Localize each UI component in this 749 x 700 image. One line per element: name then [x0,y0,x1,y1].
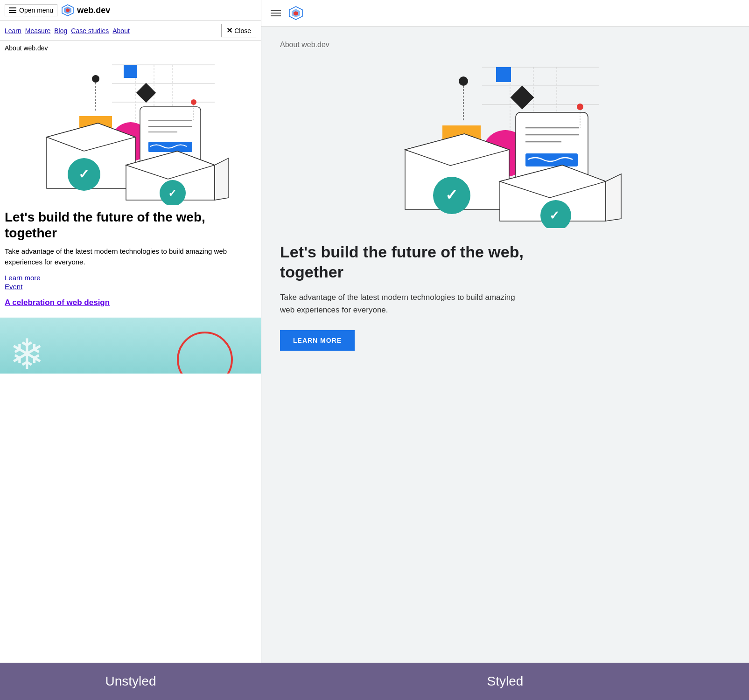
nav-about[interactable]: About [112,27,130,35]
svg-marker-27 [215,158,229,200]
about-label-left: About web.dev [0,41,261,55]
illustration-left: ✓ ✓ [0,55,261,205]
nav-learn[interactable]: Learn [5,27,21,35]
open-menu-label: Open menu [19,7,53,14]
left-nav-bar: Learn Measure Blog Case studies About ✕ … [0,21,261,41]
right-panel: About web.dev [261,0,749,663]
celebration-link[interactable]: A celebration of web design [5,298,256,307]
snowflake-preview: ❄ [0,318,261,374]
styled-label: Styled [261,663,749,700]
learn-more-link-left[interactable]: Learn more [5,274,256,282]
svg-text:✓: ✓ [168,187,176,199]
left-header: Open menu web.dev [0,0,261,21]
left-panel: Open menu web.dev Learn Measure Blog Cas… [0,0,261,663]
nav-measure[interactable]: Measure [25,27,50,35]
right-header [261,0,749,27]
hero-desc-right: Take advantage of the latest modern tech… [280,291,523,316]
close-x-icon: ✕ [226,26,232,35]
hero-content-left: Let's build the future of the web, toget… [0,205,261,318]
about-label-right: About web.dev [280,41,730,49]
close-button[interactable]: ✕ Close [221,24,256,37]
close-label: Close [234,27,251,35]
svg-text:✓: ✓ [549,208,560,222]
unstyled-label: Unstyled [0,663,261,700]
hero-title-left: Let's build the future of the web, toget… [5,209,256,241]
bottom-labels: Unstyled Styled [0,663,749,700]
hero-title-right: Let's build the future of the web, toget… [280,242,551,282]
svg-rect-44 [496,67,511,82]
hamburger-icon [9,7,16,13]
logo-area: web.dev [61,4,110,17]
svg-rect-46 [510,86,534,110]
hero-illustration-right: ✓ ✓ [389,60,622,228]
learn-more-button[interactable]: LEARN MORE [280,330,355,351]
snowflake-icon: ❄ [9,327,65,374]
svg-text:✓: ✓ [78,167,89,181]
logo-icon [61,4,74,17]
svg-point-30 [191,99,196,105]
event-link-left[interactable]: Event [5,283,256,291]
svg-point-63 [577,104,583,110]
logo-icon-styled [288,6,303,21]
red-circle-decoration [177,332,233,374]
open-menu-button[interactable]: Open menu [5,4,57,16]
svg-point-42 [459,76,468,86]
logo-text: web.dev [77,6,110,15]
hero-illustration-left: ✓ ✓ [33,55,229,205]
svg-point-9 [92,75,99,83]
hero-desc-left: Take advantage of the latest modern tech… [5,246,256,267]
hamburger-styled-button[interactable] [271,10,281,16]
nav-blog[interactable]: Blog [54,27,67,35]
svg-rect-57 [525,153,578,166]
nav-case-studies[interactable]: Case studies [71,27,109,35]
svg-rect-11 [124,65,137,78]
svg-text:✓: ✓ [445,187,458,203]
links-left: Learn more Event [5,274,256,291]
svg-marker-60 [606,174,621,221]
svg-text:❄: ❄ [9,331,44,374]
illustration-right: ✓ ✓ [280,60,730,228]
svg-rect-24 [148,142,192,152]
right-body: About web.dev [261,27,749,663]
svg-rect-13 [136,83,155,103]
